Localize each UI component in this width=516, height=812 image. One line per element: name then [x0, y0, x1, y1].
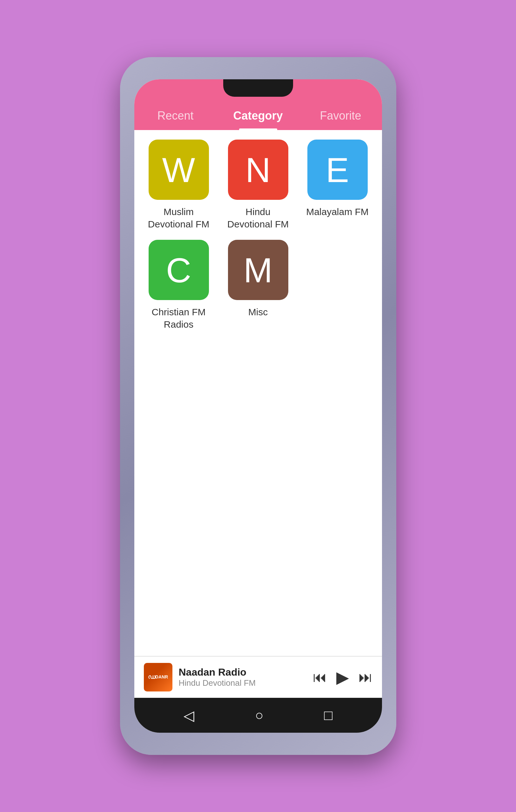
category-label-muslim: Muslim Devotional FM	[144, 206, 214, 230]
next-button[interactable]: ⏭	[358, 669, 373, 685]
player-bar: ഡ DANR Naadan Radio Hindu Devotional FM …	[134, 656, 382, 698]
player-controls: ⏮ ▶ ⏭	[313, 668, 373, 687]
tab-favorite[interactable]: Favorite	[299, 98, 382, 130]
recent-nav-button[interactable]: □	[324, 707, 332, 723]
category-item-hindu[interactable]: N Hindu Devotional FM	[223, 140, 293, 230]
tab-recent[interactable]: Recent	[134, 98, 217, 130]
content-area: W Muslim Devotional FM N Hindu Devotiona…	[134, 130, 382, 656]
category-icon-misc: M	[228, 240, 288, 300]
category-item-misc[interactable]: M Misc	[223, 240, 293, 330]
home-nav-button[interactable]: ○	[255, 707, 264, 723]
player-info: Naadan Radio Hindu Devotional FM	[179, 666, 313, 688]
player-thumbnail: ഡ DANR	[144, 663, 172, 692]
player-title: Naadan Radio	[179, 666, 313, 678]
category-label-misc: Misc	[248, 306, 268, 318]
back-nav-button[interactable]: ◁	[184, 707, 194, 724]
category-item-malayalam[interactable]: E Malayalam FM	[303, 140, 373, 230]
prev-button[interactable]: ⏮	[313, 669, 327, 685]
category-label-christian: Christian FM Radios	[144, 306, 214, 330]
phone-frame: Recent Category Favorite W Muslim Devoti…	[120, 57, 396, 755]
category-icon-hindu: N	[228, 140, 288, 200]
player-subtitle: Hindu Devotional FM	[179, 678, 313, 688]
tab-category[interactable]: Category	[217, 98, 299, 130]
nav-bar: ◁ ○ □	[134, 698, 382, 733]
play-button[interactable]: ▶	[336, 668, 349, 687]
category-icon-muslim: W	[148, 140, 209, 200]
category-label-malayalam: Malayalam FM	[306, 206, 369, 218]
category-icon-malayalam: E	[307, 140, 368, 200]
category-item-christian[interactable]: C Christian FM Radios	[144, 240, 214, 330]
category-label-hindu: Hindu Devotional FM	[223, 206, 293, 230]
notch	[223, 79, 293, 97]
category-icon-christian: C	[148, 240, 209, 300]
phone-screen: Recent Category Favorite W Muslim Devoti…	[134, 79, 382, 733]
category-grid: W Muslim Devotional FM N Hindu Devotiona…	[144, 140, 373, 330]
category-item-muslim[interactable]: W Muslim Devotional FM	[144, 140, 214, 230]
